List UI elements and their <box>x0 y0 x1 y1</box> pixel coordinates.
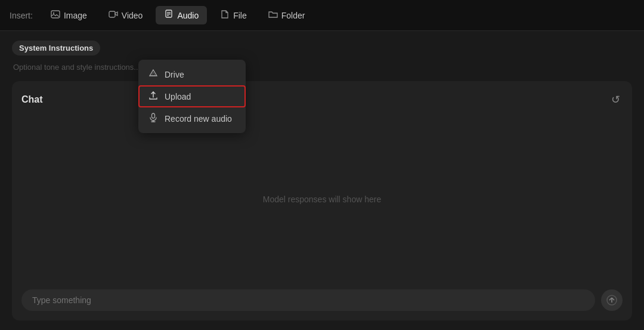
audio-dropdown-menu: Drive Upload Re <box>138 60 246 133</box>
folder-icon <box>268 10 278 21</box>
chat-input[interactable] <box>21 289 595 311</box>
svg-point-1 <box>53 13 54 14</box>
dropdown-item-record[interactable]: Record new audio <box>138 107 246 129</box>
chat-empty-state: Model responses will show here <box>263 195 381 204</box>
dropdown-item-drive[interactable]: Drive <box>138 63 246 85</box>
toolbar: Insert: Image Video <box>0 0 644 31</box>
chat-refresh-button[interactable]: ↺ <box>609 91 623 109</box>
insert-audio-label: Audio <box>177 11 199 20</box>
file-icon <box>220 10 230 21</box>
image-icon <box>51 10 60 21</box>
upload-icon <box>148 91 159 102</box>
drive-icon <box>148 69 159 80</box>
video-icon <box>109 10 118 21</box>
chat-title: Chat <box>21 94 43 105</box>
insert-file-label: File <box>233 11 247 20</box>
insert-video-button[interactable]: Video <box>100 6 151 24</box>
chat-body: Model responses will show here <box>21 113 623 285</box>
system-instructions-placeholder[interactable]: Optional tone and style instructions... <box>12 63 632 72</box>
chat-input-area <box>21 289 623 311</box>
main-area: System Instructions Optional tone and st… <box>0 31 644 330</box>
insert-label: Insert: <box>10 11 33 20</box>
chat-send-button[interactable] <box>601 289 623 311</box>
svg-rect-0 <box>51 11 60 18</box>
insert-folder-label: Folder <box>281 11 305 20</box>
dropdown-upload-label: Upload <box>165 92 191 101</box>
insert-image-button[interactable]: Image <box>42 6 95 24</box>
system-instructions-label: System Instructions <box>12 41 100 55</box>
mic-icon <box>148 113 159 124</box>
dropdown-item-upload[interactable]: Upload <box>138 85 246 107</box>
chat-header: Chat ↺ <box>21 91 623 109</box>
dropdown-drive-label: Drive <box>165 70 184 79</box>
audio-icon <box>164 10 174 21</box>
insert-audio-button[interactable]: Audio <box>156 6 207 24</box>
svg-rect-11 <box>152 113 155 118</box>
insert-folder-button[interactable]: Folder <box>260 6 314 24</box>
insert-video-label: Video <box>122 11 143 20</box>
insert-file-button[interactable]: File <box>212 6 255 24</box>
chat-panel: Chat ↺ Model responses will show here <box>12 81 632 320</box>
svg-rect-2 <box>109 11 115 17</box>
dropdown-record-label: Record new audio <box>165 114 232 124</box>
insert-image-label: Image <box>64 11 87 20</box>
